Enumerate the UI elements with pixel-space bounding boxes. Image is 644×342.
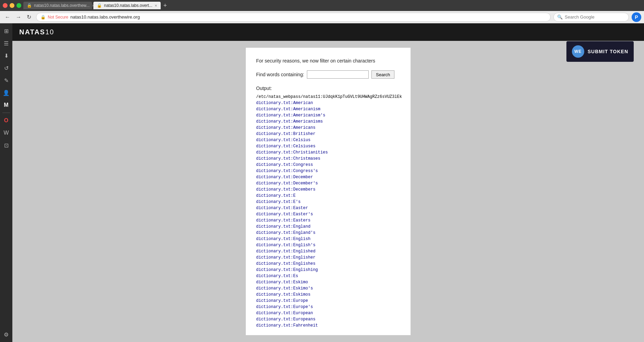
search-button[interactable]: Search: [371, 70, 394, 79]
submit-token-label: SUBMIT TOKEN: [588, 49, 628, 54]
list-item: dictionary.txt:Americanism's: [256, 112, 400, 118]
list-item: dictionary.txt:Europe's: [256, 304, 400, 310]
list-item: dictionary.txt:Decembers: [256, 186, 400, 193]
output-content: /etc/natas_webpass/natas11:UJdqkK1pTuGVL…: [256, 94, 400, 100]
tab-favicon-2: 🔒: [97, 3, 102, 8]
content-wrapper: For security reasons, we now filter on c…: [12, 41, 644, 342]
list-item: dictionary.txt:Easter: [256, 205, 400, 211]
list-item: dictionary.txt:Europeans: [256, 316, 400, 322]
page-title-natas: NATAS: [19, 28, 45, 36]
browser-window: 🔒 natas10.natas.labs.overthew... ✕ 🔒 nat…: [0, 0, 644, 342]
search-form: Find words containing: Search: [256, 70, 400, 79]
sidebar-item-opera[interactable]: O: [1, 116, 11, 125]
dict-lines-container: dictionary.txt:Americandictionary.txt:Am…: [256, 100, 400, 329]
tab-bar: 🔒 natas10.natas.labs.overthew... ✕ 🔒 nat…: [23, 2, 641, 9]
list-item: dictionary.txt:Englisher: [256, 254, 400, 261]
sidebar-item-profile[interactable]: 👤: [1, 88, 11, 98]
list-item: dictionary.txt:Americanisms: [256, 118, 400, 125]
list-item: dictionary.txt:Englishing: [256, 267, 400, 273]
security-notice: For security reasons, we now filter on c…: [256, 58, 400, 64]
list-item: dictionary.txt:Eskimo's: [256, 285, 400, 292]
tab-favicon: 🔒: [27, 3, 32, 8]
sidebar: ⊞ ☰ ⬇ ↺ ✎ 👤 M O W ⊡ ⚙: [0, 23, 12, 342]
list-item: dictionary.txt:E: [256, 193, 400, 199]
list-item: dictionary.txt:Easter's: [256, 211, 400, 217]
sidebar-item-downloads[interactable]: ⬇: [1, 51, 11, 60]
find-words-input[interactable]: [307, 70, 369, 79]
content-card: For security reasons, we now filter on c…: [246, 48, 411, 335]
address-bar[interactable]: 🔒 Not Secure natas10.natas.labs.overthew…: [36, 13, 551, 22]
list-item: dictionary.txt:England: [256, 224, 400, 230]
we-icon: WE: [572, 45, 584, 58]
minimize-button[interactable]: [10, 3, 14, 8]
page-header: NATAS10: [12, 23, 644, 41]
list-item: dictionary.txt:English: [256, 236, 400, 242]
list-item: dictionary.txt:December: [256, 174, 400, 180]
tab-2[interactable]: 🔒 natas10.natas.labs.overt... ✕: [93, 2, 161, 9]
url-text: natas10.natas.labs.overthewire.org: [70, 14, 140, 20]
tab-1[interactable]: 🔒 natas10.natas.labs.overthew... ✕: [23, 2, 92, 9]
list-item: dictionary.txt:Englishes: [256, 261, 400, 267]
sidebar-item-workspaces[interactable]: ⊞: [1, 26, 11, 36]
sidebar-item-extensions[interactable]: ⊡: [1, 140, 11, 150]
sidebar-item-messages[interactable]: M: [1, 100, 11, 110]
reload-button[interactable]: ↻: [25, 13, 33, 21]
find-words-label: Find words containing:: [256, 72, 304, 77]
list-item: dictionary.txt:English's: [256, 242, 400, 248]
output-label: Output:: [256, 86, 400, 91]
list-item: dictionary.txt:England's: [256, 230, 400, 236]
window-controls: [3, 3, 21, 8]
list-item: dictionary.txt:Englished: [256, 248, 400, 254]
page-title-number: 10: [45, 28, 54, 36]
list-item: dictionary.txt:Americans: [256, 125, 400, 131]
search-bar[interactable]: 🔍: [553, 13, 629, 22]
list-item: dictionary.txt:Europe: [256, 298, 400, 304]
list-item: dictionary.txt:Britisher: [256, 131, 400, 137]
profile-button[interactable]: P: [632, 12, 641, 22]
lock-icon: 🔒: [41, 15, 46, 20]
sidebar-item-history[interactable]: ↺: [1, 63, 11, 73]
list-item: dictionary.txt:Christianities: [256, 149, 400, 156]
list-item: dictionary.txt:Celsiuses: [256, 143, 400, 149]
not-secure-label: Not Secure: [48, 15, 68, 20]
forward-button[interactable]: →: [14, 13, 23, 21]
nav-icons: ← → ↻: [3, 13, 33, 21]
list-item: dictionary.txt:Americanism: [256, 106, 400, 112]
submit-token-button[interactable]: WE SUBMIT TOKEN: [566, 41, 634, 62]
list-item: dictionary.txt:European: [256, 310, 400, 316]
sidebar-item-bookmarks[interactable]: ☰: [1, 38, 11, 48]
title-bar: 🔒 natas10.natas.labs.overthew... ✕ 🔒 nat…: [0, 0, 644, 11]
maximize-button[interactable]: [16, 3, 21, 8]
add-tab-button[interactable]: +: [162, 2, 169, 9]
list-item: dictionary.txt:Fahrenheit: [256, 322, 400, 329]
list-item: dictionary.txt:Eskimo: [256, 279, 400, 285]
list-item: dictionary.txt:Congress's: [256, 168, 400, 174]
settings-icon[interactable]: ⚙: [1, 330, 11, 339]
list-item: dictionary.txt:Celsius: [256, 137, 400, 143]
search-icon: 🔍: [557, 14, 563, 20]
list-item: dictionary.txt:Eskimos: [256, 292, 400, 298]
list-item: dictionary.txt:E's: [256, 199, 400, 205]
sidebar-item-wallet[interactable]: W: [1, 128, 11, 138]
back-button[interactable]: ←: [3, 13, 12, 21]
main-area: NATAS10 For security reasons, we now fil…: [12, 23, 644, 342]
list-item: dictionary.txt:American: [256, 100, 400, 106]
close-button[interactable]: [3, 3, 8, 8]
search-input[interactable]: [565, 14, 625, 20]
list-item: dictionary.txt:December's: [256, 180, 400, 186]
tab-label-2: natas10.natas.labs.overt...: [104, 3, 152, 8]
list-item: dictionary.txt:Easters: [256, 217, 400, 224]
path-line: /etc/natas_webpass/natas11:UJdqkK1pTuGVL…: [256, 94, 400, 100]
nav-bar: ← → ↻ 🔒 Not Secure natas10.natas.labs.ov…: [0, 11, 644, 23]
sidebar-divider: [2, 113, 10, 113]
list-item: dictionary.txt:Congress: [256, 162, 400, 168]
list-item: dictionary.txt:Christmases: [256, 156, 400, 162]
list-item: dictionary.txt:Es: [256, 273, 400, 279]
sidebar-item-notes[interactable]: ✎: [1, 76, 11, 85]
tab-label-1: natas10.natas.labs.overthew...: [34, 3, 90, 8]
tab-close-2[interactable]: ✕: [154, 4, 157, 8]
